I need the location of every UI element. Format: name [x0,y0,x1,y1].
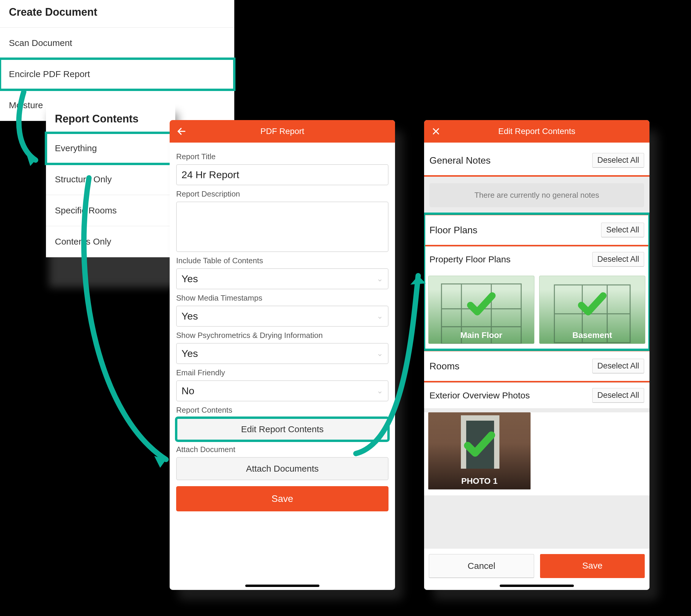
report-title-input[interactable]: 24 Hr Report [176,164,389,185]
show-psych-value: Yes [181,348,198,359]
close-icon[interactable] [430,125,442,137]
save-button[interactable]: Save [176,486,389,511]
rooms-title: Rooms [429,361,459,372]
floor-plan-caption: Basement [539,331,645,340]
create-document-title: Create Document [0,0,234,27]
pdf-report-header: PDF Report [170,120,395,142]
property-floor-plans-subsection: Property Floor Plans Deselect All [424,246,649,272]
floor-plans-select-all-button[interactable]: Select All [601,223,644,238]
property-floor-plans-deselect-all-button[interactable]: Deselect All [592,252,644,267]
exterior-photos-subsection: Exterior Overview Photos Deselect All [424,382,649,408]
floor-plans-title: Floor Plans [429,225,477,236]
report-title-label: Report Title [176,152,389,161]
flow-arrow-icon [77,175,184,479]
exterior-photos-deselect-all-button[interactable]: Deselect All [592,388,644,403]
rooms-deselect-all-button[interactable]: Deselect All [592,359,644,374]
general-notes-empty-message: There are currently no general notes [429,183,644,207]
flow-arrow-icon [12,89,53,173]
check-icon [460,288,502,321]
back-arrow-icon[interactable] [176,125,188,137]
floor-plans-section: Floor Plans Select All [424,214,649,245]
edit-report-contents-header: Edit Report Contents [424,120,649,142]
exterior-photos-title: Exterior Overview Photos [429,390,530,400]
photo-caption: PHOTO 1 [428,476,531,486]
floor-plan-thumb-main-floor[interactable]: Main Floor [428,276,534,344]
general-notes-deselect-all-button[interactable]: Deselect All [592,153,644,168]
edit-report-contents-footer: Cancel Save [424,549,649,590]
photo-thumb-1[interactable]: PHOTO 1 [428,412,531,489]
floor-plan-caption: Main Floor [429,331,534,340]
report-contents-title: Report Contents [46,104,175,133]
edit-report-contents-title: Edit Report Contents [498,127,575,136]
home-indicator [500,585,574,587]
general-notes-section: General Notes Deselect All [424,142,649,175]
pdf-report-header-title: PDF Report [260,127,304,136]
report-description-label: Report Description [176,190,389,199]
report-description-input[interactable] [176,202,389,252]
property-floor-plans-title: Property Floor Plans [429,254,511,264]
menu-item-encircle-pdf-report[interactable]: Encircle PDF Report [0,59,234,90]
general-notes-title: General Notes [429,155,491,166]
flow-arrow-icon [344,258,433,467]
cancel-button[interactable]: Cancel [429,554,534,578]
home-indicator [245,585,319,587]
svg-marker-14 [410,276,426,285]
floor-plan-thumb-basement[interactable]: Basement [539,276,645,344]
show-timestamps-value: Yes [181,310,198,322]
menu-item-everything[interactable]: Everything [46,133,175,164]
check-icon [457,426,502,463]
menu-item-scan-document[interactable]: Scan Document [0,27,234,59]
floor-plan-thumbnails: Main Floor Basement [424,272,649,350]
check-icon [571,288,613,321]
include-toc-value: Yes [181,273,198,285]
edit-report-contents-screen: Edit Report Contents General Notes Desel… [424,120,649,590]
rooms-section: Rooms Deselect All [424,350,649,381]
save-button[interactable]: Save [540,554,645,578]
